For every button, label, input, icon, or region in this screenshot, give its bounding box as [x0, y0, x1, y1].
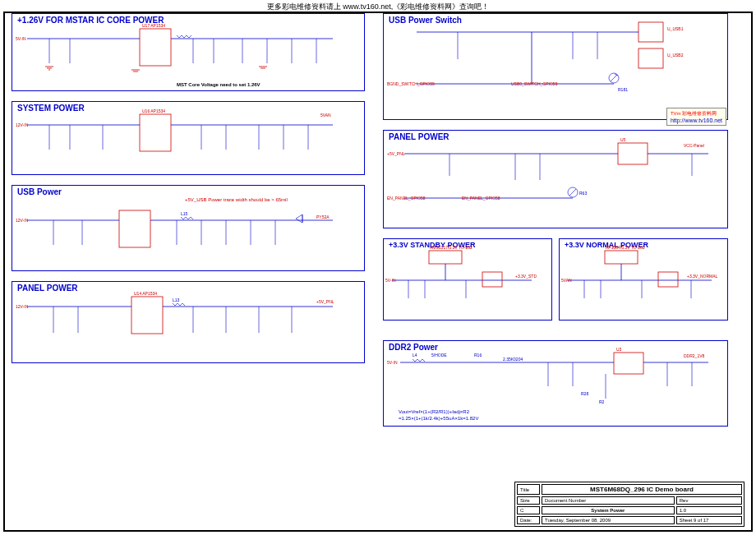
- svg-text:EN_PANEL_GPIO58: EN_PANEL_GPIO58: [462, 196, 500, 201]
- svg-text:5V-IN: 5V-IN: [387, 360, 398, 365]
- svg-rect-110: [658, 272, 678, 287]
- block-33v-normal: +3.3V NORMAL POWER AP1084/3.3V TO-263 5V…: [559, 238, 728, 321]
- block-panel-power-right: PANEL POWER U5 +5V_PNL VCC-Panel EN_PANE…: [383, 130, 728, 228]
- svg-text:U_USB1: U_USB1: [667, 26, 684, 31]
- svg-text:+3.3V_STD: +3.3V_STD: [515, 274, 537, 279]
- schematic-svg: AMS1117/3.3V TO-252 5V-IN +3.3V_STD: [384, 239, 552, 309]
- block-33v-standby: +3.3V STANDBY POWER AMS1117/3.3V TO-252 …: [383, 238, 552, 321]
- watermark-title: TVm 彩电维修资料网: [671, 110, 722, 118]
- svg-text:AMS1117/3.3V TO-252: AMS1117/3.3V TO-252: [430, 245, 472, 250]
- svg-text:5V-IN: 5V-IN: [385, 278, 396, 283]
- svg-text:+5V_PNL: +5V_PNL: [316, 299, 334, 304]
- svg-line-75: [611, 75, 617, 81]
- tb-docnum: System Power: [542, 506, 675, 514]
- schematic-svg: U3 5V-IN DDR2_1V8 L4 5/HODE R16 2.35K020…: [384, 341, 729, 415]
- svg-text:U17 AP1534: U17 AP1534: [142, 23, 165, 28]
- svg-text:R181: R181: [618, 87, 628, 92]
- schematic-svg: AP1084/3.3V TO-263 5VAN +3.3V_NORMAL: [560, 239, 728, 309]
- svg-rect-63: [638, 48, 663, 68]
- svg-text:U16 AP1534: U16 AP1534: [142, 108, 165, 113]
- svg-text:+3.3V_NORMAL: +3.3V_NORMAL: [687, 274, 718, 279]
- svg-rect-34: [119, 210, 150, 247]
- tb-size: C: [517, 506, 540, 514]
- block-usb-switch: USB Power Switch U_USB1 U_USB2 BGND_SWIT…: [383, 13, 728, 120]
- svg-rect-100: [482, 272, 502, 287]
- block-usb-power: USB Power +5V_USB Power trace width shou…: [12, 185, 365, 271]
- svg-text:R28: R28: [581, 391, 588, 396]
- tb-rev: 1.0: [676, 506, 742, 514]
- svg-text:BGND_SWITCH_GPIO59: BGND_SWITCH_GPIO59: [387, 81, 435, 86]
- svg-line-92: [569, 189, 576, 196]
- watermark-url: http://www.tv160.net: [671, 118, 722, 123]
- svg-text:12V-IN: 12V-IN: [16, 304, 29, 309]
- tb-docnum-label: Document Number: [542, 496, 675, 505]
- tb-rev-label: Rev: [676, 496, 742, 505]
- block-panel-power-left: PANEL POWER U14 AP1534 12V-IN +5V_PNL L1…: [12, 281, 365, 363]
- svg-text:L4: L4: [413, 353, 417, 357]
- schematic-svg: 12V-IN PY52A L15: [12, 186, 366, 260]
- svg-text:VCC-Panel: VCC-Panel: [684, 143, 704, 148]
- tb-title: MST6M68DQ_296 IC Demo board: [542, 484, 742, 495]
- title-block: Title MST6M68DQ_296 IC Demo board Size D…: [514, 482, 744, 527]
- svg-text:L15: L15: [181, 211, 188, 216]
- tb-sheet: Sheet 9 of 17: [676, 516, 742, 524]
- svg-text:USB0_SWITCH_GPIO59: USB0_SWITCH_GPIO59: [511, 81, 558, 86]
- svg-marker-47: [296, 214, 302, 223]
- svg-rect-62: [638, 22, 663, 42]
- svg-text:R63: R63: [579, 191, 587, 196]
- svg-text:R2: R2: [599, 399, 605, 404]
- svg-text:U3: U3: [616, 347, 622, 352]
- ddr2-formula-2: =1.25×(1+(1k/2.4k)+55uA×1k=1.82V: [399, 416, 478, 421]
- svg-rect-94: [429, 251, 462, 264]
- svg-text:12V-IN: 12V-IN: [16, 218, 29, 223]
- svg-text:AP1084/3.3V TO-263: AP1084/3.3V TO-263: [606, 245, 645, 250]
- svg-rect-115: [614, 353, 643, 374]
- schematic-svg: U14 AP1534 12V-IN +5V_PNL L13: [12, 282, 366, 352]
- svg-text:5V-IN: 5V-IN: [16, 36, 26, 41]
- svg-text:EN_PANEL_GPIO58: EN_PANEL_GPIO58: [387, 196, 426, 201]
- schematic-svg: U17 AP1534 5V-IN: [12, 14, 366, 80]
- svg-text:U5: U5: [620, 137, 626, 142]
- svg-text:R16: R16: [474, 353, 482, 357]
- schematic-svg: U_USB1 U_USB2 BGND_SWITCH_GPIO59 USB0_SW…: [384, 14, 729, 108]
- svg-rect-0: [140, 29, 171, 66]
- block-core-power: +1.26V FOR MSTAR IC CORE POWER U17 AP153…: [12, 13, 365, 91]
- svg-text:2.35K0204: 2.35K0204: [503, 357, 523, 362]
- svg-text:U14 AP1534: U14 AP1534: [134, 291, 157, 296]
- svg-text:5/HODE: 5/HODE: [431, 353, 447, 357]
- block-system-power: SYSTEM POWER U16 AP1534 12V-IN 5VAN: [12, 101, 365, 175]
- watermark: TVm 彩电维修资料网 http://www.tv160.net: [666, 108, 726, 126]
- svg-rect-104: [605, 251, 638, 264]
- tb-date-label: Date:: [517, 516, 540, 524]
- schematic-svg: U5 +5V_PNL VCC-Panel EN_PANEL_GPIO58 EN_…: [384, 131, 729, 217]
- svg-rect-49: [131, 297, 163, 334]
- svg-text:U_USB2: U_USB2: [667, 53, 684, 58]
- tb-size-label: Size: [517, 496, 540, 505]
- schematic-svg: U16 AP1534 12V-IN 5VAN: [12, 102, 366, 164]
- ddr2-formula-1: Vout=Vref×(1+(R2/R1))+Iadj×R2: [399, 409, 469, 414]
- tb-title-label: Title: [517, 484, 540, 495]
- schematic-sheet: +1.26V FOR MSTAR IC CORE POWER U17 AP153…: [3, 12, 753, 532]
- svg-text:12V-IN: 12V-IN: [16, 122, 29, 127]
- svg-text:5VAN: 5VAN: [320, 113, 331, 118]
- svg-text:5VAN: 5VAN: [561, 278, 572, 283]
- tb-date: Tuesday, September 08, 2009: [542, 516, 675, 524]
- svg-text:DDR2_1V8: DDR2_1V8: [684, 353, 705, 358]
- svg-rect-78: [618, 143, 648, 164]
- svg-text:+5V_PNL: +5V_PNL: [387, 151, 405, 156]
- svg-text:PY52A: PY52A: [316, 214, 330, 219]
- svg-rect-20: [140, 114, 171, 151]
- block-ddr2-power: DDR2 Power U3 5V-IN DDR2_1V8 L4 5/HODE R…: [383, 340, 728, 427]
- svg-text:L13: L13: [173, 297, 180, 302]
- core-voltage-note: MST Core Voltage need to set 1.26V: [177, 82, 260, 87]
